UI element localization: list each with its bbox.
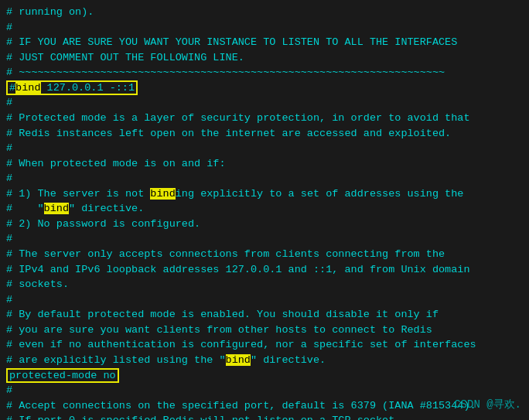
line-25-protected-mode: protected-mode no bbox=[6, 368, 523, 384]
code-editor: # running on). # # IF YOU ARE SURE YOU W… bbox=[0, 0, 529, 420]
line-11: # When protected mode is on and if: bbox=[6, 156, 523, 172]
line-28: # If port 0 is specified Redis will not … bbox=[6, 413, 523, 420]
watermark: CSDN @寻欢. bbox=[454, 397, 521, 412]
line-16: # bbox=[6, 231, 523, 247]
line-3: # IF YOU ARE SURE YOU WANT YOUR INSTANCE… bbox=[6, 35, 523, 50]
line-5: # ~~~~~~~~~~~~~~~~~~~~~~~~~~~~~~~~~~~~~~… bbox=[6, 65, 523, 80]
line-22: # you are sure you want clients from oth… bbox=[6, 323, 523, 338]
line-7: # bbox=[6, 95, 523, 111]
line-12: # bbox=[6, 171, 523, 186]
line-10: # bbox=[6, 141, 523, 156]
line-15: # 2) No password is configured. bbox=[6, 217, 523, 232]
line-26: # bbox=[6, 383, 523, 398]
line-4: # JUST COMMENT OUT THE FOLLOWING LINE. bbox=[6, 50, 523, 66]
line-14: # "bind" directive. bbox=[6, 201, 523, 217]
line-27: # Accept connections on the specified po… bbox=[6, 398, 523, 414]
line-8: # Protected mode is a layer of security … bbox=[6, 111, 523, 126]
line-9: # Redis instances left open on the inter… bbox=[6, 126, 523, 142]
line-2: # bbox=[6, 20, 523, 36]
line-17: # The server only accepts connections fr… bbox=[6, 247, 523, 262]
line-20: # bbox=[6, 292, 523, 308]
line-24: # are explicitly listed using the "bind"… bbox=[6, 353, 523, 368]
line-13: # 1) The server is not binding explicitl… bbox=[6, 186, 523, 202]
line-18: # IPv4 and IPv6 loopback addresses 127.0… bbox=[6, 262, 523, 278]
line-23: # even if no authentication is configure… bbox=[6, 337, 523, 353]
line-19: # sockets. bbox=[6, 277, 523, 292]
line-1: # running on). bbox=[6, 5, 523, 20]
line-21: # By default protected mode is enabled. … bbox=[6, 307, 523, 323]
line-6: #bind 127.0.0.1 -::1 bbox=[6, 80, 523, 96]
